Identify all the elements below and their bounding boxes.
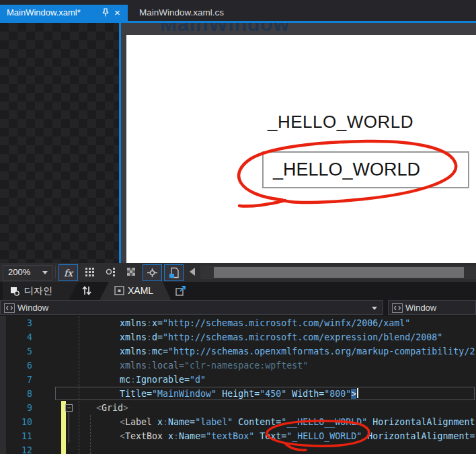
grid-icon bbox=[85, 267, 95, 277]
designer-hscrollbar[interactable] bbox=[200, 266, 476, 279]
vs-ide-window: MainWindow.xaml* × MainWindow.xaml.cs Ma… bbox=[0, 0, 476, 454]
line-number: 9 bbox=[0, 401, 32, 415]
code-text: xmlns:d="http://schemas.microsoft.com/ex… bbox=[120, 330, 442, 344]
document-icon bbox=[169, 267, 180, 278]
close-icon[interactable]: × bbox=[114, 5, 120, 21]
code-line[interactable]: 12 bbox=[0, 443, 476, 454]
breadcrumb-left-value: Window bbox=[17, 301, 48, 315]
scroll-left-arrow[interactable] bbox=[190, 268, 195, 276]
xml-element-icon bbox=[4, 303, 15, 313]
zoom-level-value: 200% bbox=[8, 266, 30, 279]
snap-to-snaplines-button[interactable] bbox=[143, 264, 162, 281]
effects-fx-button[interactable]: fx bbox=[58, 264, 78, 281]
snaplines-icon bbox=[147, 268, 158, 278]
code-text: mc:Ignorable="d" bbox=[120, 373, 206, 387]
xml-element-icon bbox=[392, 303, 403, 313]
line-number: 7 bbox=[0, 373, 32, 387]
pin-icon[interactable] bbox=[101, 8, 110, 17]
chevron-down-icon bbox=[42, 271, 48, 274]
toggle-artboard-background-button[interactable] bbox=[122, 264, 141, 280]
breadcrumb-row: Window Window bbox=[0, 300, 476, 316]
window-preview-title: MainWindow bbox=[160, 23, 290, 35]
document-tabbar: MainWindow.xaml* × MainWindow.xaml.cs bbox=[0, 0, 476, 21]
toolbar-separator bbox=[55, 266, 56, 278]
designer-background bbox=[0, 23, 119, 263]
line-number: 12 bbox=[0, 443, 32, 454]
scrollbar-thumb[interactable] bbox=[214, 267, 464, 278]
code-text: xmlns:mc="http://schemas.openxmlformats.… bbox=[120, 344, 475, 358]
breadcrumb-left[interactable]: Window bbox=[0, 300, 383, 315]
snap-to-gridlines-button[interactable] bbox=[102, 264, 120, 280]
line-number: 6 bbox=[0, 358, 32, 373]
design-surface[interactable]: _HELLO_WORLD _HELLO_WORLD bbox=[126, 35, 476, 263]
tab-mainwindow-xaml[interactable]: MainWindow.xaml* × bbox=[0, 5, 128, 21]
swap-panes-icon[interactable] bbox=[81, 285, 93, 296]
designer-label[interactable]: _HELLO_WORLD bbox=[268, 112, 413, 133]
outline-region-line bbox=[69, 412, 69, 443]
xaml-code-editor[interactable]: 3xmlns:x="http://schemas.microsoft.com/w… bbox=[0, 316, 476, 454]
line-number: 10 bbox=[0, 415, 32, 429]
code-text: <TextBox x:Name="textBox" Text="_HELLO_W… bbox=[120, 429, 475, 443]
code-line[interactable]: 6xmlns:local="clr-namespace:wpftest" bbox=[0, 358, 476, 373]
line-number: 8 bbox=[0, 387, 32, 401]
checkerboard-icon bbox=[126, 267, 136, 277]
window-preview-titlebar: MainWindow bbox=[121, 23, 476, 35]
code-text: Title="MainWindow" Height="450" Width="8… bbox=[120, 387, 358, 401]
chevron-down-icon[interactable] bbox=[372, 307, 377, 310]
code-line[interactable]: 8Title="MainWindow" Height="450" Width="… bbox=[0, 387, 476, 401]
code-line[interactable]: 10<Label x:Name="label" Content="__HELLO… bbox=[0, 415, 476, 429]
collapse-region-icon[interactable]: − bbox=[65, 404, 73, 412]
design-tab-label: 디자인 bbox=[24, 282, 52, 300]
design-view-icon bbox=[9, 286, 20, 297]
code-text: xmlns:x="http://schemas.microsoft.com/wi… bbox=[120, 316, 410, 330]
disable-project-code-button[interactable] bbox=[164, 264, 184, 281]
code-text: <Label x:Name="label" Content="__HELLO__… bbox=[120, 415, 475, 429]
tab-design-view[interactable]: 디자인 bbox=[3, 282, 78, 300]
snap-grid-icon bbox=[106, 267, 116, 277]
line-number: 11 bbox=[0, 429, 32, 443]
designer-toolbar: 200% fx bbox=[0, 263, 476, 282]
tab-title: MainWindow.xaml* bbox=[7, 5, 81, 21]
tab-title: MainWindow.xaml.cs bbox=[139, 7, 224, 17]
xaml-tab-label: XAML bbox=[128, 282, 153, 300]
code-text: xmlns:local="clr-namespace:wpftest" bbox=[120, 358, 308, 373]
show-grid-button[interactable] bbox=[81, 264, 99, 280]
code-line[interactable]: 3xmlns:x="http://schemas.microsoft.com/w… bbox=[0, 316, 476, 330]
code-line[interactable]: 5xmlns:mc="http://schemas.openxmlformats… bbox=[0, 344, 476, 358]
code-text: <Grid> bbox=[96, 401, 128, 415]
fx-icon: fx bbox=[64, 268, 73, 278]
breadcrumb-right[interactable]: Window bbox=[388, 300, 476, 315]
red-circle-annotation bbox=[126, 35, 476, 263]
code-line[interactable]: 7mc:Ignorable="d" bbox=[0, 373, 476, 387]
line-number: 3 bbox=[0, 316, 32, 330]
popout-new-window-icon[interactable] bbox=[175, 285, 187, 297]
designer-textbox[interactable]: _HELLO_WORLD bbox=[262, 151, 469, 188]
code-line[interactable]: 11<TextBox x:Name="textBox" Text="_HELLO… bbox=[0, 429, 476, 443]
breadcrumb-right-value: Window bbox=[405, 301, 436, 315]
line-number: 5 bbox=[0, 344, 32, 358]
text-caret bbox=[357, 388, 358, 398]
line-number: 4 bbox=[0, 330, 32, 344]
xaml-view-icon bbox=[114, 286, 124, 295]
code-line[interactable]: 4xmlns:d="http://schemas.microsoft.com/e… bbox=[0, 330, 476, 344]
tab-mainwindow-xaml-cs[interactable]: MainWindow.xaml.cs bbox=[131, 5, 232, 21]
tab-xaml-view[interactable]: XAML bbox=[100, 282, 171, 300]
zoom-level-combobox[interactable]: 200% bbox=[3, 265, 52, 280]
view-switcher-row: 디자인 XAML bbox=[0, 282, 476, 300]
